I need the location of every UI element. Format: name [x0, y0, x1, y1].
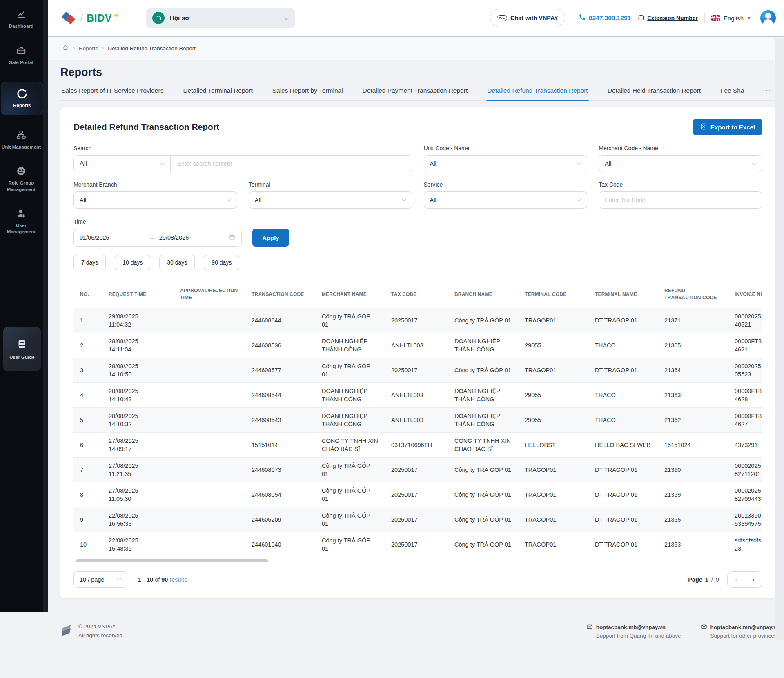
cell-tax-code: 20250017 [385, 457, 448, 482]
tab-detailed-held-transaction-report[interactable]: Detailed Held Transaction Report [607, 87, 702, 100]
merchant-selector[interactable]: Hội sở [146, 8, 295, 28]
cell-branch-name: Công ty TRẢ GÓP 01 [448, 482, 518, 507]
vertical-scrollbar-track[interactable] [775, 38, 784, 640]
sidebar-item-unit-management[interactable]: Unit Management [0, 125, 42, 156]
date-from[interactable]: 01/06/2025 [80, 234, 145, 241]
cell-approval-time [174, 457, 245, 482]
cell-merchant-name: Công ty TRẢ GÓP 01 [315, 507, 385, 532]
cell-merchant-name: DOANH NGHIỆP THÀNH CÔNG [315, 382, 385, 407]
sidebar-item-label: Reports [13, 102, 31, 109]
phone-icon [579, 13, 586, 22]
export-to-excel-button[interactable]: Export to Excel [693, 119, 762, 135]
cell-request-time: 29/08/2025 11:04:32 [102, 308, 174, 333]
sidebar-item-label: Role Group Management [2, 180, 41, 193]
page-size-select[interactable]: 10 / page [74, 571, 127, 588]
unit-code-select[interactable]: All [424, 155, 588, 172]
breadcrumb-separator: › [73, 45, 75, 51]
terminal-label: Terminal [249, 181, 412, 188]
breadcrumb-reports[interactable]: Reports [79, 45, 98, 51]
cell-transaction-code: 244608544 [245, 382, 315, 407]
time-label: Time [74, 218, 762, 225]
horizontal-scrollbar[interactable] [76, 559, 268, 562]
sidebar-item-user-management[interactable]: User Management [0, 203, 42, 240]
cell-refund-code: 21359 [658, 482, 728, 507]
cell-terminal-name: DT TRAGOP 01 [588, 507, 658, 532]
cell-no: 6 [74, 432, 102, 457]
cell-approval-time [174, 382, 245, 407]
column-header-approval-time: APPROVAL/REJECTION TIME [174, 281, 245, 308]
tab-detailed-payment-transaction-report[interactable]: Detailed Payment Transaction Report [362, 87, 469, 100]
sidebar: DashboardSale PortalReportsUnit Manageme… [0, 0, 48, 612]
table-row: 1022/08/2025 15:48:39244601040Công ty TR… [74, 532, 762, 557]
cell-branch-name: Công ty TRẢ GÓP 01 [448, 507, 518, 532]
tab-fee-sha[interactable]: Fee Sha [719, 87, 745, 100]
envelope-icon [701, 623, 707, 631]
chat-with-vnpay-button[interactable]: Zalo Chat with VNPAY [490, 9, 565, 27]
cell-transaction-code: 244608577 [245, 358, 315, 382]
cell-refund-code: 21364 [658, 358, 728, 382]
table-header-row: NO.REQUEST TIMEAPPROVAL/REJECTION TIMETR… [74, 281, 762, 308]
sidebar-item-user-guide[interactable]: User Guide [3, 327, 41, 371]
merchant-branch-select[interactable]: All [74, 191, 237, 209]
column-header-transaction-code: TRANSACTION CODE [245, 281, 315, 308]
cell-branch-name: Công ty TRẢ GÓP 01 [448, 358, 518, 382]
cell-merchant-name: Công ty TRẢ GÓP 01 [315, 482, 385, 507]
cell-request-time: 27/08/2025 14:09:17 [102, 432, 174, 457]
cell-request-time: 22/08/2025 15:48:39 [102, 532, 174, 557]
unit-code-label: Unit Code - Name [424, 145, 588, 151]
tax-code-input[interactable] [599, 191, 762, 209]
sidebar-item-dashboard[interactable]: Dashboard [0, 4, 42, 35]
cell-transaction-code: 244606209 [245, 507, 315, 532]
sidebar-item-role-group-management[interactable]: Role Group Management [0, 161, 42, 198]
date-to[interactable]: 29/08/2025 [159, 234, 225, 241]
extension-number-link[interactable]: Extension Number [637, 14, 698, 22]
home-icon[interactable] [62, 44, 69, 52]
page-indicator: Page 1 / 9 [688, 576, 719, 583]
quick-range-7-days[interactable]: 7 days [74, 255, 106, 270]
cell-terminal-code: 29055 [518, 333, 588, 358]
sidebar-nav: DashboardSale PortalReportsUnit Manageme… [0, 4, 48, 240]
support-email-link[interactable]: hoptacbank.mn@vnpay.vn [701, 623, 780, 631]
support-email-link[interactable]: hoptacbank.mb@vnpay.vn [586, 623, 681, 631]
search-input[interactable] [171, 156, 412, 172]
tab-sales-report-by-terminal[interactable]: Sales Report by Terminal [272, 87, 344, 100]
tabs-overflow-button[interactable]: ··· [763, 87, 772, 100]
sidebar-item-label: Dashboard [9, 23, 33, 30]
terminal-select[interactable]: All [249, 191, 412, 209]
cell-refund-code: 21360 [658, 457, 728, 482]
results-total: 90 [161, 576, 168, 583]
quick-range-10-days[interactable]: 10 days [115, 255, 150, 270]
date-range-picker[interactable]: 01/06/2025 → 29/08/2025 [74, 229, 242, 247]
merchant-code-select[interactable]: All [599, 155, 762, 172]
chevron-down-icon [227, 199, 231, 202]
cell-terminal-code: HELLOBS1 [518, 432, 588, 457]
user-management-icon [16, 208, 27, 220]
quick-range-90-days[interactable]: 90 days [204, 255, 239, 270]
cell-tax-code: ANHLTL003 [385, 382, 448, 407]
quick-range-30-days[interactable]: 30 days [159, 255, 195, 270]
tab-detailed-terminal-report[interactable]: Detailed Terminal Report [182, 87, 253, 100]
language-selector[interactable]: English ▼ [711, 15, 751, 22]
cell-transaction-code: 244601040 [245, 532, 315, 557]
user-avatar[interactable] [760, 10, 776, 26]
cell-refund-code: 21353 [658, 532, 728, 557]
search-type-select[interactable]: All [74, 156, 171, 172]
tab-detailed-refund-transaction-report[interactable]: Detailed Refund Transaction Report [486, 87, 588, 100]
cell-approval-time [174, 482, 245, 507]
sidebar-item-sale-portal[interactable]: Sale Portal [0, 40, 42, 71]
report-table-container: NO.REQUEST TIMEAPPROVAL/REJECTION TIMETR… [74, 281, 762, 557]
cell-request-time: 27/08/2025 11:05:30 [102, 482, 174, 507]
apply-button[interactable]: Apply [252, 229, 289, 247]
hotline-phone[interactable]: 0247.309.1291 [579, 13, 631, 22]
cell-refund-code: 21362 [658, 407, 728, 432]
table-row: 129/08/2025 11:04:32244608644Công ty TRẢ… [74, 308, 762, 333]
cell-terminal-code: 29055 [518, 407, 588, 432]
sidebar-item-reports[interactable]: Reports [1, 82, 43, 115]
service-select[interactable]: All [424, 191, 588, 209]
tab-sales-report-of-it-service-providers[interactable]: Sales Report of IT Service Providers [60, 87, 164, 100]
next-page-button[interactable]: › [745, 572, 762, 587]
breadcrumb: › Reports › Detailed Refund Transaction … [48, 37, 784, 60]
previous-page-button[interactable]: ‹ [728, 572, 745, 587]
report-card: Detailed Refund Transaction Report Expor… [60, 107, 775, 598]
cell-merchant-name: Công ty TRẢ GÓP 01 [315, 308, 385, 333]
